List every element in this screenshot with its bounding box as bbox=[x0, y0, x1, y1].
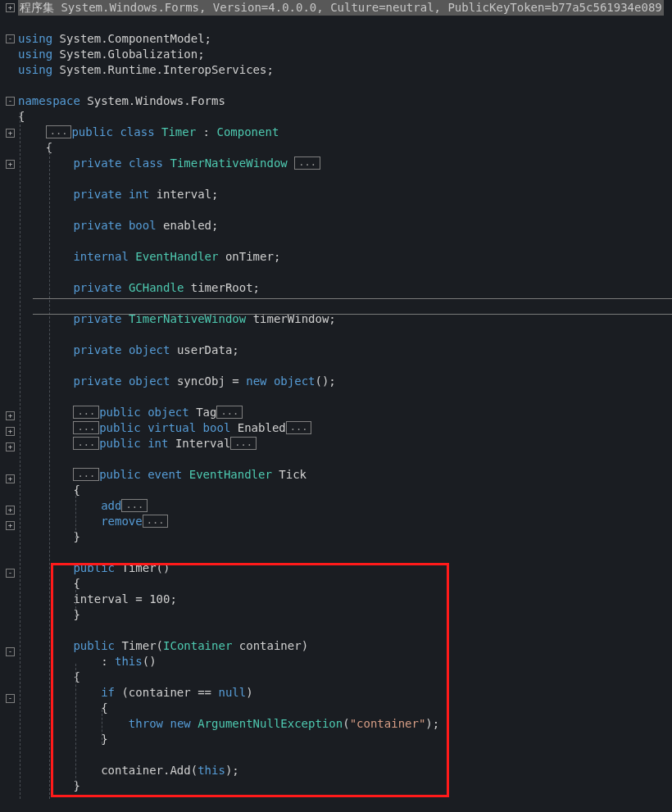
constructor-decl: public Timer() bbox=[16, 560, 672, 576]
brace: { bbox=[16, 669, 672, 685]
brace: { bbox=[16, 140, 672, 156]
statement: interval = 100; bbox=[16, 592, 672, 607]
fold-toggle[interactable]: + bbox=[6, 521, 15, 530]
brace: } bbox=[16, 529, 672, 545]
field-decl: private object syncObj = new object(); bbox=[16, 374, 672, 389]
field-decl: private object userData; bbox=[16, 342, 672, 358]
folded-region[interactable]: ... bbox=[73, 468, 99, 481]
brace: { bbox=[16, 483, 672, 498]
fold-toggle[interactable]: + bbox=[6, 129, 15, 138]
nested-class-decl: private class TimerNativeWindow ... bbox=[16, 156, 672, 171]
class-decl: ...public class Timer : Component bbox=[16, 125, 672, 140]
namespace-decl: namespace System.Windows.Forms bbox=[16, 93, 672, 109]
folded-region[interactable]: ... bbox=[73, 406, 99, 419]
fold-toggle[interactable]: + bbox=[6, 427, 15, 436]
fold-toggle[interactable]: + bbox=[6, 474, 15, 483]
field-decl: private GCHandle timerRoot; bbox=[16, 280, 672, 296]
throw-statement: throw new ArgumentNullException("contain… bbox=[16, 716, 672, 732]
brace: { bbox=[16, 576, 672, 592]
folded-region[interactable]: ... bbox=[143, 515, 169, 528]
folded-region[interactable]: ... bbox=[73, 421, 99, 434]
fold-toggle[interactable]: + bbox=[6, 3, 15, 12]
code-editor[interactable]: + - - + + + + + + + + - - - 程序集 System.W… bbox=[0, 0, 672, 812]
field-decl: private bool enabled; bbox=[16, 218, 672, 234]
fold-toggle[interactable]: + bbox=[6, 411, 15, 420]
property-decl: ...public object Tag... bbox=[16, 405, 672, 420]
if-statement: if (container == null) bbox=[16, 685, 672, 701]
fold-toggle[interactable]: + bbox=[6, 160, 15, 169]
fold-toggle[interactable]: + bbox=[6, 506, 15, 515]
folded-region[interactable]: ... bbox=[121, 499, 148, 512]
event-remove: remove... bbox=[16, 514, 672, 529]
event-add: add... bbox=[16, 498, 672, 514]
field-decl: private int interval; bbox=[16, 187, 672, 202]
brace: } bbox=[16, 732, 672, 747]
folded-region[interactable]: ... bbox=[294, 157, 320, 170]
fold-gutter: + - - + + + + + + + + - - - bbox=[0, 0, 16, 812]
brace: { bbox=[16, 701, 672, 716]
property-decl: ...public int Interval... bbox=[16, 436, 672, 451]
folded-region[interactable]: ... bbox=[230, 437, 257, 450]
assembly-header: 程序集 System.Windows.Forms, Version=4.0.0.… bbox=[16, 0, 672, 16]
brace: } bbox=[16, 778, 672, 794]
using-directive: using System.ComponentModel; bbox=[16, 31, 672, 47]
folded-region[interactable]: ... bbox=[286, 421, 312, 434]
constructor-decl: public Timer(IContainer container) bbox=[16, 638, 672, 654]
folded-region[interactable]: ... bbox=[73, 437, 99, 450]
brace: } bbox=[16, 607, 672, 623]
using-directive: using System.Runtime.InteropServices; bbox=[16, 62, 672, 78]
folded-region[interactable]: ... bbox=[46, 125, 72, 138]
folded-region[interactable]: ... bbox=[216, 406, 243, 419]
fold-toggle[interactable]: - bbox=[6, 647, 15, 656]
field-decl: private TimerNativeWindow timerWindow; bbox=[16, 311, 672, 327]
using-directive: using System.Globalization; bbox=[16, 47, 672, 62]
brace: { bbox=[16, 109, 672, 125]
constructor-initializer: : this() bbox=[16, 654, 672, 669]
fold-toggle[interactable]: + bbox=[6, 442, 15, 451]
field-decl: internal EventHandler onTimer; bbox=[16, 249, 672, 265]
code-area[interactable]: 程序集 System.Windows.Forms, Version=4.0.0.… bbox=[16, 0, 672, 812]
event-decl: ...public event EventHandler Tick bbox=[16, 467, 672, 483]
fold-toggle[interactable]: - bbox=[6, 694, 15, 703]
fold-toggle[interactable]: - bbox=[6, 97, 15, 106]
fold-toggle[interactable]: - bbox=[6, 34, 15, 43]
property-decl: ...public virtual bool Enabled... bbox=[16, 420, 672, 436]
fold-toggle[interactable]: - bbox=[6, 569, 15, 578]
method-call: container.Add(this); bbox=[16, 763, 672, 778]
